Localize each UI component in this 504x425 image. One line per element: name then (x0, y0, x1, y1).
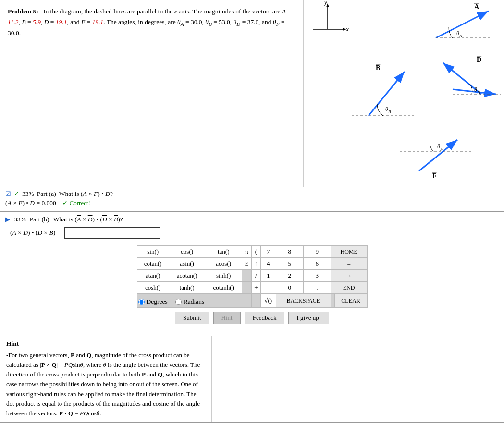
btn-sinh[interactable]: sinh() (205, 270, 242, 282)
btn-sqrt[interactable]: √() (260, 294, 276, 308)
btn-empty-4 (251, 294, 260, 308)
btn-asin[interactable]: asin() (169, 258, 205, 270)
btn-cotanh[interactable]: cotanh() (205, 282, 242, 294)
btn-backspace[interactable]: BACKSPACE (276, 294, 331, 308)
btn-dot[interactable]: . (303, 282, 331, 294)
btn-plus[interactable]: + (251, 282, 260, 294)
val-D: 19.1 (56, 18, 67, 25)
svg-text:θF: θF (437, 143, 443, 152)
btn-E[interactable]: E (242, 258, 252, 270)
checkmark-a: ✓ (14, 190, 19, 198)
degrees-text: Degrees (147, 298, 168, 305)
btn-5[interactable]: 5 (276, 258, 303, 270)
part-a-percent: 33% (22, 190, 34, 198)
svg-text:A: A (474, 3, 479, 11)
btn-1[interactable]: 1 (260, 270, 276, 282)
val-B: 5.9 (33, 18, 41, 25)
btn-cosh[interactable]: cosh() (137, 282, 169, 294)
svg-text:x: x (345, 25, 349, 33)
btn-atan[interactable]: atan() (137, 270, 169, 282)
radians-label[interactable]: Radians (175, 298, 205, 305)
btn-acotan[interactable]: acotan() (169, 270, 205, 282)
btn-3[interactable]: 3 (303, 270, 331, 282)
btn-7[interactable]: 7 (260, 246, 276, 258)
btn-right[interactable]: → (331, 270, 367, 282)
calculator: sin() cos() tan() π ( 7 8 9 HOME cotan()… (137, 245, 368, 327)
part-a-answer-text: (A × F) • D = 0.000 (5, 199, 56, 206)
btn-4[interactable]: 4 (260, 258, 276, 270)
btn-cos[interactable]: cos() (169, 246, 205, 258)
problem-label: Problem 5: (8, 8, 38, 15)
btn-home[interactable]: HOME (331, 246, 367, 258)
calc-table: sin() cos() tan() π ( 7 8 9 HOME cotan()… (137, 245, 368, 308)
calc-row-2: cotan() asin() acos() E ↑ 4 5 6 – (137, 258, 367, 270)
problem-section: Problem 5: In the diagram, the dashed li… (0, 0, 504, 187)
hint-label: Hint (6, 340, 206, 348)
answer-input-b[interactable] (64, 227, 160, 239)
btn-empty-2 (242, 282, 252, 294)
btn-empty-1 (242, 270, 252, 282)
calc-row-5: Degrees Radians √() BACKSPACE CLEAR (137, 294, 367, 308)
diagram-svg: x y A θA B (304, 0, 501, 188)
btn-empty-5 (331, 294, 334, 308)
hint-left: Hint -For two general vectors, P and Q, … (0, 336, 212, 422)
svg-text:θA: θA (456, 30, 462, 38)
button-row: Submit Hint Feedback I give up! (175, 312, 329, 324)
degrees-radio[interactable] (138, 299, 145, 305)
calc-row-3: atan() acotan() sinh() / 1 2 3 → (137, 270, 367, 282)
submit-button[interactable]: Submit (175, 312, 209, 324)
radians-radio[interactable] (175, 299, 182, 305)
btn-pi[interactable]: π (242, 246, 252, 258)
main-container: Problem 5: In the diagram, the dashed li… (0, 0, 504, 425)
checkbox-a-icon: ☑ (5, 190, 11, 198)
part-a-question: What is (A × F) • D? (59, 190, 113, 198)
part-b-header: ▶ 33% Part (b) What is (A × D) • (D × B)… (5, 216, 499, 223)
svg-text:B: B (376, 64, 380, 72)
btn-divide[interactable]: / (251, 270, 260, 282)
part-a-header: ☑ ✓ 33% Part (a) What is (A × F) • D? (5, 190, 499, 198)
calc-row-4: cosh() tanh() cotanh() + - 0 . END (137, 282, 367, 294)
btn-0[interactable]: 0 (276, 282, 303, 294)
btn-6[interactable]: 6 (303, 258, 331, 270)
input-label: (A × D) • (D × B) = (10, 229, 61, 237)
radio-cell: Degrees Radians (137, 294, 242, 308)
degree-radio-row: Degrees Radians (138, 298, 241, 305)
btn-8[interactable]: 8 (276, 246, 303, 258)
btn-clear[interactable]: CLEAR (334, 294, 367, 308)
hint-text: -For two general vectors, P and Q, magni… (6, 351, 206, 418)
diagram-area: x y A θA B (303, 0, 504, 187)
btn-tan[interactable]: tan() (205, 246, 242, 258)
btn-empty-3 (242, 294, 252, 308)
btn-tanh[interactable]: tanh() (169, 282, 205, 294)
btn-up[interactable]: ↑ (251, 258, 260, 270)
btn-end[interactable]: END (331, 282, 367, 294)
btn-2[interactable]: 2 (276, 270, 303, 282)
svg-text:F: F (432, 172, 437, 180)
hint-button[interactable]: Hint (213, 312, 241, 324)
btn-sin[interactable]: sin() (137, 246, 169, 258)
btn-lparen[interactable]: ( (251, 246, 260, 258)
part-b-percent: 33% (14, 216, 26, 223)
svg-text:θB: θB (385, 106, 391, 114)
input-row: (A × D) • (D × B) = (5, 227, 499, 239)
part-b-label: Part (b) (30, 216, 49, 223)
give-up-button[interactable]: I give up! (288, 312, 329, 324)
part-a-label: Part (a) (37, 190, 56, 198)
btn-9[interactable]: 9 (303, 246, 331, 258)
svg-line-7 (436, 11, 489, 38)
part-b-section: ▶ 33% Part (b) What is (A × D) • (D × B)… (0, 212, 504, 336)
part-a-correct: ✓ Correct! (62, 199, 90, 206)
svg-text:D: D (477, 56, 481, 63)
degrees-label[interactable]: Degrees (138, 298, 168, 305)
calc-row-1: sin() cos() tan() π ( 7 8 9 HOME (137, 246, 367, 258)
svg-text:θD: θD (474, 86, 480, 95)
part-b-question: What is (A × D) • (D × B)? (53, 216, 123, 223)
btn-minus-nav[interactable]: – (331, 258, 367, 270)
part-c-section: ☑ ⚠ 33% Part (c) What is magnitude of (A… (0, 423, 504, 425)
btn-acos[interactable]: acos() (205, 258, 242, 270)
feedback-button[interactable]: Feedback (245, 312, 285, 324)
problem-text: Problem 5: In the diagram, the dashed li… (0, 0, 303, 187)
svg-text:y: y (323, 0, 327, 6)
btn-cotan[interactable]: cotan() (137, 258, 169, 270)
btn-minus[interactable]: - (260, 282, 276, 294)
